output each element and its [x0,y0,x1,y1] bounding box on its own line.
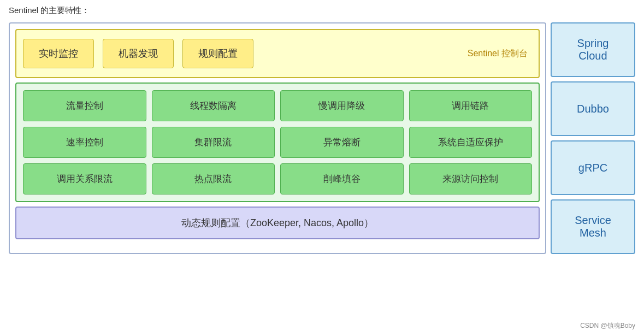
green-box-8: 调用关系限流 [23,163,146,194]
green-box-2: 慢调用降级 [280,90,404,121]
yellow-section: 实时监控 机器发现 规则配置 Sentinel 控制台 [15,29,540,78]
watermark: CSDN @镇魂Boby [580,321,635,331]
sidebar-item-spring-cloud: SpringCloud [551,22,635,77]
left-panel: 实时监控 机器发现 规则配置 Sentinel 控制台 流量控制 线程数隔离 慢… [9,22,546,254]
header-text: Sentinel 的主要特性： [9,5,635,16]
green-box-3: 调用链路 [409,90,533,121]
green-box-5: 集群限流 [152,127,275,158]
green-box-7: 系统自适应保护 [409,127,533,158]
green-box-9: 热点限流 [152,163,275,194]
sidebar-item-dubbo: Dubbo [551,81,635,136]
main-container: 实时监控 机器发现 规则配置 Sentinel 控制台 流量控制 线程数隔离 慢… [9,22,635,254]
green-box-10: 削峰填谷 [280,163,404,194]
green-box-6: 异常熔断 [280,127,404,158]
right-sidebar: SpringCloud Dubbo gRPC ServiceMesh [551,22,635,254]
yellow-box-1: 机器发现 [103,39,174,68]
purple-section: 动态规则配置（ZooKeeper, Nacos, Apollo） [15,207,540,239]
yellow-boxes-group: 实时监控 机器发现 规则配置 [23,39,459,68]
sentinel-label: Sentinel 控制台 [468,48,532,60]
yellow-box-2: 规则配置 [182,39,253,68]
green-section: 流量控制 线程数隔离 慢调用降级 调用链路 速率控制 集群限流 异常熔断 系统自… [15,82,540,202]
green-box-4: 速率控制 [23,127,146,158]
green-box-0: 流量控制 [23,90,146,121]
yellow-box-0: 实时监控 [23,39,94,68]
sidebar-item-grpc: gRPC [551,140,635,195]
green-box-1: 线程数隔离 [152,90,275,121]
green-box-11: 来源访问控制 [409,163,533,194]
sidebar-item-service-mesh: ServiceMesh [551,199,635,254]
